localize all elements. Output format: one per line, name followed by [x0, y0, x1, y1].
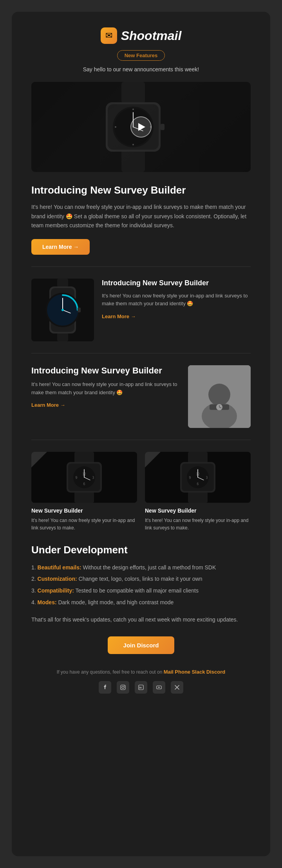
list-item-1: 1. Beautiful emails: Without the design … [31, 563, 251, 573]
play-triangle-icon [138, 123, 145, 131]
section3-title: Introducing New Survey Builder [31, 365, 180, 377]
email-container: ✉ Shootmail New Features Say hello to ou… [12, 12, 270, 856]
list-item-4-text: Dark mode, light mode, and high contrast… [57, 599, 174, 605]
divider-1 [31, 266, 251, 267]
list-item-2-num: 2. [31, 576, 38, 582]
svg-rect-13 [161, 124, 164, 130]
logo-text: Shootmail [121, 29, 182, 43]
section-survey-builder-full: Introducing New Survey Builder It's here… [31, 184, 251, 255]
card2-title: New Survey Builder [145, 507, 251, 514]
play-button[interactable] [130, 116, 152, 138]
svg-text:6: 6 [83, 482, 85, 486]
divider-2 [31, 353, 251, 353]
svg-text:9: 9 [189, 476, 191, 480]
section-survey-builder-reverse: Introducing New Survey Builder It's here… [31, 365, 251, 428]
svg-rect-24 [78, 308, 81, 312]
section3-learn-more-link[interactable]: Learn More → [31, 402, 65, 408]
section1-title: Introducing New Survey Builder [31, 184, 251, 197]
under-dev-list: 1. Beautiful emails: Without the design … [31, 563, 251, 607]
hero-image [31, 82, 251, 172]
list-item-1-highlight: Beautiful emails: [38, 564, 81, 571]
section1-description: It's here! You can now freely style your… [31, 203, 251, 230]
list-item-3-num: 3. [31, 587, 38, 594]
list-item-2-highlight: Customization: [38, 576, 77, 582]
svg-point-9 [132, 109, 134, 110]
card-1: 12 6 9 3 New Survey Builder It's here! Y… [31, 452, 137, 532]
list-item-3-highlight: Compatibility: [38, 587, 74, 594]
svg-rect-1 [121, 82, 145, 103]
list-item-3-text: Tested to be compatible with all major e… [74, 587, 199, 594]
svg-rect-33 [74, 452, 94, 463]
section2-text: Introducing New Survey Builder It's here… [102, 279, 251, 320]
email-header: ✉ Shootmail New Features Say hello to ou… [31, 27, 251, 72]
section2-learn-more-link[interactable]: Learn More → [102, 313, 136, 319]
svg-point-11 [115, 126, 116, 128]
svg-point-23 [61, 309, 64, 311]
section-two-cards: 12 6 9 3 New Survey Builder It's here! Y… [31, 452, 251, 532]
list-item-4: 4. Modes: Dark mode, light mode, and hig… [31, 598, 251, 607]
svg-point-10 [132, 144, 134, 145]
list-item-1-text: Without the design efforts, just call a … [81, 564, 216, 571]
instagram-icon[interactable] [117, 681, 129, 694]
under-dev-title: Under Development [31, 544, 251, 556]
logo-icon: ✉ [101, 27, 117, 44]
card-2: 12 6 9 3 New Survey Builder It's here! Y… [145, 452, 251, 532]
footer-phone-link[interactable]: Phone [175, 669, 190, 675]
youtube-icon[interactable] [153, 681, 165, 694]
section3-text: Introducing New Survey Builder It's here… [31, 365, 180, 408]
email-footer: If you have any questions, feel free to … [31, 665, 251, 694]
x-twitter-icon[interactable] [171, 681, 183, 694]
svg-rect-16 [57, 333, 68, 341]
section-survey-builder-two-col: Introducing New Survey Builder It's here… [31, 279, 251, 341]
card2-image: 12 6 9 3 [145, 452, 251, 503]
section2-description: It's here! You can now freely style your… [102, 292, 251, 308]
svg-text:3: 3 [206, 476, 208, 480]
section1-learn-more-button[interactable]: Learn More → [31, 239, 90, 255]
svg-rect-34 [74, 492, 94, 503]
join-discord-button[interactable]: Join Discord [108, 636, 175, 654]
list-item-4-highlight: Modes: [38, 599, 57, 605]
watch-small-illustration [31, 279, 94, 341]
svg-text:6: 6 [197, 482, 199, 486]
svg-rect-2 [121, 149, 145, 172]
new-features-badge: New Features [117, 50, 165, 61]
list-item-3: 3. Compatibility: Tested to be compatibl… [31, 586, 251, 596]
cta-section: Join Discord [31, 636, 251, 654]
card1-title: New Survey Builder [31, 507, 137, 514]
svg-rect-46 [188, 452, 208, 463]
footer-contact-text: If you have any questions, feel free to … [31, 669, 251, 675]
svg-text:in: in [139, 686, 142, 689]
social-links: in [31, 681, 251, 694]
logo-wrap: ✉ Shootmail [31, 27, 251, 44]
divider-3 [31, 440, 251, 440]
linkedin-icon[interactable]: in [135, 681, 147, 694]
svg-point-27 [208, 384, 230, 406]
list-item-2-text: Change text, logo, colors, links to make… [77, 576, 202, 582]
section3-description: It's here! You can now freely style your… [31, 381, 180, 397]
header-subtitle: Say hello to our new announcements this … [31, 66, 251, 72]
svg-rect-47 [188, 492, 208, 503]
card1-image: 12 6 9 3 [31, 452, 137, 503]
svg-marker-64 [159, 687, 160, 688]
footer-slack-link[interactable]: Slack [192, 669, 205, 675]
footer-discord-link[interactable]: Discord [206, 669, 225, 675]
svg-text:3: 3 [92, 476, 94, 480]
card1-watch-illustration: 12 6 9 3 [31, 452, 137, 503]
facebook-icon[interactable] [99, 681, 111, 694]
card2-watch-illustration: 12 6 9 3 [145, 452, 251, 503]
section2-image [31, 279, 94, 341]
footer-mail-link[interactable]: Mail [164, 669, 174, 675]
list-item-1-num: 1. [31, 564, 38, 571]
svg-text:9: 9 [76, 476, 78, 480]
svg-point-60 [124, 685, 125, 686]
closing-text: That's all for this week's updates, catc… [31, 615, 251, 625]
svg-rect-58 [121, 685, 125, 690]
svg-point-59 [122, 686, 124, 689]
under-development-section: Under Development 1. Beautiful emails: W… [31, 544, 251, 625]
section3-image [188, 365, 251, 428]
list-item-2: 2. Customization: Change text, logo, col… [31, 574, 251, 584]
svg-rect-15 [57, 279, 68, 287]
section2-title: Introducing New Survey Builder [102, 279, 251, 288]
watch-bw-illustration [188, 365, 251, 428]
list-item-4-num: 4. [31, 599, 38, 605]
